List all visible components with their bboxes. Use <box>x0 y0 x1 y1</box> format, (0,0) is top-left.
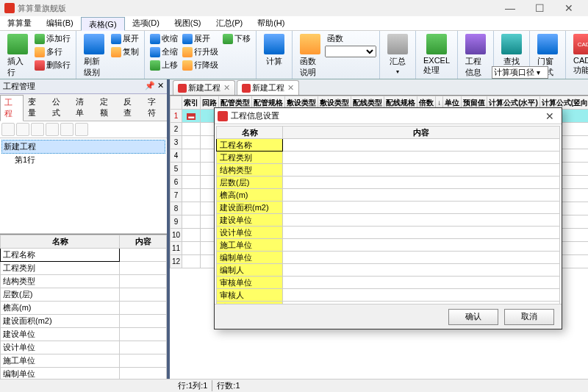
dialog-prop-value[interactable] <box>283 189 560 202</box>
dialog-prop-value[interactable] <box>283 239 560 252</box>
project-info-dialog: 工程信息设置 ✕ 名称内容工程名称工程类别结构类型层数(层)檐高(m)建设面积(… <box>214 107 562 329</box>
dialog-table[interactable]: 名称内容工程名称工程类别结构类型层数(层)檐高(m)建设面积(m2)建设单位设计… <box>216 126 560 304</box>
dialog-prop-name[interactable]: 设计单位 <box>217 227 283 239</box>
dialog-prop-name[interactable]: 编制单位 <box>217 252 283 264</box>
dialog-prop-value[interactable] <box>283 139 560 152</box>
cancel-button[interactable]: 取消 <box>504 309 554 325</box>
dialog-prop-value[interactable] <box>283 252 560 264</box>
dialog-icon <box>218 111 228 121</box>
dialog-prop-name[interactable]: 工程名称 <box>217 139 283 152</box>
status-count: 行数:1 <box>212 380 244 391</box>
dialog-prop-value[interactable] <box>283 202 560 214</box>
dialog-prop-value[interactable] <box>283 177 560 189</box>
dialog-prop-name[interactable]: 工程类别 <box>217 152 283 164</box>
dialog-prop-value[interactable] <box>283 152 560 164</box>
dialog-titlebar[interactable]: 工程信息设置 ✕ <box>215 108 562 124</box>
dialog-title: 工程信息设置 <box>231 110 541 121</box>
status-pos: 行:1列:1 <box>3 380 212 391</box>
dialog-prop-value[interactable] <box>283 289 560 302</box>
dialog-prop-name[interactable]: 檐高(m) <box>217 189 283 202</box>
dialog-prop-value[interactable] <box>283 277 560 289</box>
dialog-prop-name[interactable]: 审核人 <box>217 289 283 302</box>
dialog-prop-name[interactable]: 结构类型 <box>217 164 283 177</box>
dialog-prop-name[interactable]: 建设单位 <box>217 214 283 227</box>
dialog-prop-value[interactable] <box>283 164 560 177</box>
dialog-close-button[interactable]: ✕ <box>541 110 559 122</box>
dialog-prop-name[interactable]: 层数(层) <box>217 177 283 189</box>
ok-button[interactable]: 确认 <box>448 309 498 325</box>
status-bar: 行:1列:1 行数:1 <box>0 379 588 392</box>
dialog-prop-name[interactable]: 编制人 <box>217 264 283 277</box>
dialog-prop-value[interactable] <box>283 264 560 277</box>
dialog-prop-name[interactable]: 审核单位 <box>217 277 283 289</box>
dialog-prop-name[interactable]: 建设面积(m2) <box>217 202 283 214</box>
modal-overlay: 工程信息设置 ✕ 名称内容工程名称工程类别结构类型层数(层)檐高(m)建设面积(… <box>0 0 588 392</box>
dialog-prop-value[interactable] <box>283 214 560 227</box>
dialog-prop-value[interactable] <box>283 227 560 239</box>
dialog-prop-name[interactable]: 施工单位 <box>217 239 283 252</box>
